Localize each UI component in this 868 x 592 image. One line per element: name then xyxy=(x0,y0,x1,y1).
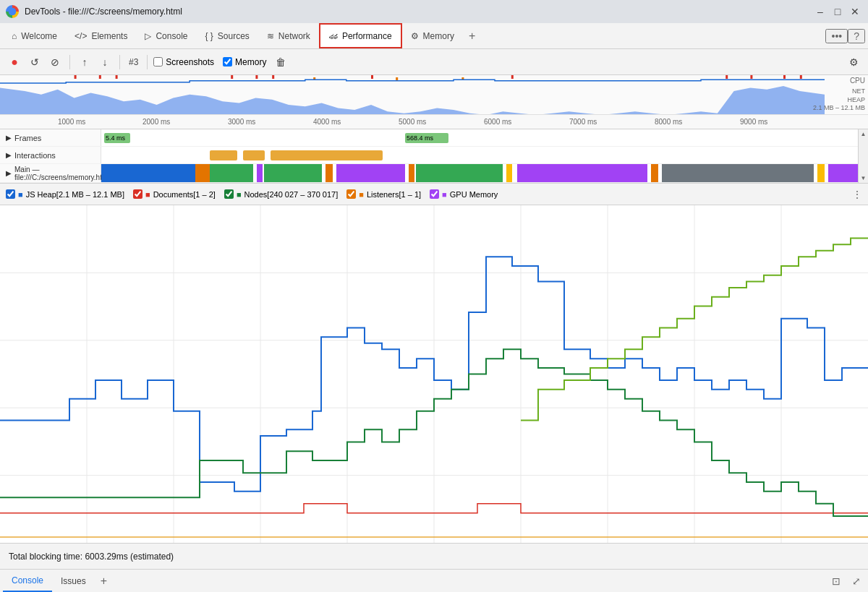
tab-network[interactable]: ≋ Network xyxy=(258,23,319,48)
status-bar: Total blocking time: 6003.29ms (estimate… xyxy=(0,543,868,569)
upload-button[interactable]: ↑ xyxy=(76,53,93,71)
toolbar-sep-3 xyxy=(147,55,148,69)
legend-gpu-checkbox[interactable] xyxy=(430,189,439,199)
network-icon: ≋ xyxy=(267,31,274,41)
delete-button[interactable]: 🗑 xyxy=(272,53,289,71)
interactions-content xyxy=(101,147,858,163)
legend-nodes-label: Nodes[240 027 – 370 017] xyxy=(244,190,339,199)
main-seg-12 xyxy=(651,164,658,182)
frame-bar-1: 5.4 ms xyxy=(104,133,130,143)
interaction-bar-2 xyxy=(243,150,265,160)
tab-sources[interactable]: { } Sources xyxy=(196,23,258,48)
help-button[interactable]: ? xyxy=(848,29,865,43)
main-seg-2 xyxy=(195,164,210,182)
performance-icon: 🏎 xyxy=(329,31,338,41)
ruler-mark-7000: 7000 ms xyxy=(569,118,597,126)
interactions-text: Interactions xyxy=(14,151,56,160)
ruler-mark-6000: 6000 ms xyxy=(484,118,511,126)
memory-checkbox-group: Memory xyxy=(223,57,266,67)
toolbar-sep-1 xyxy=(69,55,70,69)
main-seg-9 xyxy=(416,164,503,182)
legend-gpu-label: GPU Memory xyxy=(450,190,498,199)
main-seg-10 xyxy=(506,164,512,182)
console-tab-icons: ⊡ ⤢ xyxy=(827,572,865,590)
tab-memory[interactable]: ⚙ Memory xyxy=(402,23,463,48)
settings-button[interactable]: ⚙ xyxy=(845,53,862,71)
minimize-button[interactable]: – xyxy=(813,4,827,19)
console-tab[interactable]: Console xyxy=(3,570,52,592)
cpu-label: CPU xyxy=(850,77,865,85)
tab-network-label: Network xyxy=(278,31,310,41)
elements-icon: </> xyxy=(75,31,87,41)
console-icon: ▷ xyxy=(145,31,151,41)
main-seg-11 xyxy=(517,164,647,182)
console-tab-label: Console xyxy=(12,575,43,585)
timeline-scrollbar[interactable]: ▲ ▼ xyxy=(858,129,868,183)
more-tabs-button[interactable]: ••• xyxy=(825,29,848,43)
welcome-icon: ⌂ xyxy=(12,31,17,41)
main-label: ▶ Main — file:///C:/screens/memory.html xyxy=(0,164,101,182)
scroll-down-btn[interactable]: ▼ xyxy=(859,173,868,183)
add-console-tab-button[interactable]: + xyxy=(95,575,113,588)
interactions-label: ▶ Interactions xyxy=(0,147,101,163)
main-content xyxy=(101,164,858,182)
frame-bar-2: 568.4 ms xyxy=(405,133,448,143)
title-bar: DevTools - file:///C:/screens/memory.htm… xyxy=(0,0,868,23)
record-button[interactable]: ● xyxy=(6,53,23,71)
frames-label: ▶ Frames xyxy=(0,129,101,146)
main-seg-1 xyxy=(101,164,195,182)
cpu-net-strip: CPU NETHEAP2.1 MB – 12.1 MB xyxy=(0,75,868,115)
legend-nodes-checkbox[interactable] xyxy=(224,189,234,199)
net-label: NETHEAP2.1 MB – 12.1 MB xyxy=(813,87,865,113)
ruler: 1000 ms 2000 ms 3000 ms 4000 ms 5000 ms … xyxy=(0,115,868,129)
session-label: #3 xyxy=(126,57,141,67)
main-seg-5 xyxy=(264,164,322,182)
legend-documents-checkbox[interactable] xyxy=(133,189,142,199)
screenshots-checkbox[interactable] xyxy=(153,57,163,67)
memory-checkbox[interactable] xyxy=(223,57,232,67)
interaction-bar-1 xyxy=(210,150,237,160)
download-button[interactable]: ↓ xyxy=(96,53,114,71)
sources-icon: { } xyxy=(205,31,213,41)
tab-welcome-label: Welcome xyxy=(21,31,57,41)
legend-documents-label: Documents[1 – 2] xyxy=(153,190,216,199)
issues-tab[interactable]: Issues xyxy=(52,570,95,592)
memory-legend: ■ JS Heap[2.1 MB – 12.1 MB] ■ Documents[… xyxy=(0,184,868,205)
toolbar-sep-2 xyxy=(119,55,120,69)
title-bar-title: DevTools - file:///C:/screens/memory.htm… xyxy=(25,7,807,17)
add-tab-button[interactable]: + xyxy=(463,30,481,43)
tab-elements[interactable]: </> Elements xyxy=(66,23,136,48)
memory-chart xyxy=(0,205,868,543)
dock-icon[interactable]: ⊡ xyxy=(827,572,845,590)
scroll-up-btn[interactable]: ▲ xyxy=(859,129,868,139)
legend-nodes-color-swatch: ■ xyxy=(237,190,242,199)
devtools-logo xyxy=(6,5,19,18)
legend-js-heap: ■ JS Heap[2.1 MB – 12.1 MB] xyxy=(6,189,124,199)
ruler-mark-3000: 3000 ms xyxy=(228,118,255,126)
legend-gpu: ■ GPU Memory xyxy=(430,189,498,199)
tab-performance[interactable]: 🏎 Performance xyxy=(319,23,402,48)
expand-icon[interactable]: ⤢ xyxy=(848,572,865,590)
legend-listeners: ■ Listeners[1 – 1] xyxy=(346,189,421,199)
tab-welcome[interactable]: ⌂ Welcome xyxy=(3,23,66,48)
legend-listeners-label: Listeners[1 – 1] xyxy=(367,190,421,199)
tab-console[interactable]: ▷ Console xyxy=(136,23,196,48)
tab-bar: ⌂ Welcome </> Elements ▷ Console { } Sou… xyxy=(0,23,868,49)
screenshots-checkbox-group: Screenshots xyxy=(153,57,214,67)
legend-listeners-checkbox[interactable] xyxy=(346,189,356,199)
legend-js-heap-checkbox[interactable] xyxy=(6,189,15,199)
ruler-mark-5000: 5000 ms xyxy=(399,118,426,126)
reload-button[interactable]: ↺ xyxy=(26,53,43,71)
ruler-mark-9000: 9000 ms xyxy=(740,118,767,126)
clear-button[interactable]: ⊘ xyxy=(46,53,64,71)
main-seg-4 xyxy=(257,164,263,182)
legend-listeners-color-swatch: ■ xyxy=(359,190,364,199)
close-button[interactable]: ✕ xyxy=(848,4,862,19)
legend-gpu-color-swatch: ■ xyxy=(442,190,447,199)
ruler-mark-2000: 2000 ms xyxy=(142,118,170,126)
toolbar: ● ↺ ⊘ ↑ ↓ #3 Screenshots Memory 🗑 ⚙ xyxy=(0,49,868,75)
maximize-button[interactable]: □ xyxy=(830,4,845,19)
legend-menu-btn[interactable]: ⋮ xyxy=(852,189,862,200)
title-bar-controls: – □ ✕ xyxy=(813,4,862,19)
main-seg-13 xyxy=(662,164,814,182)
